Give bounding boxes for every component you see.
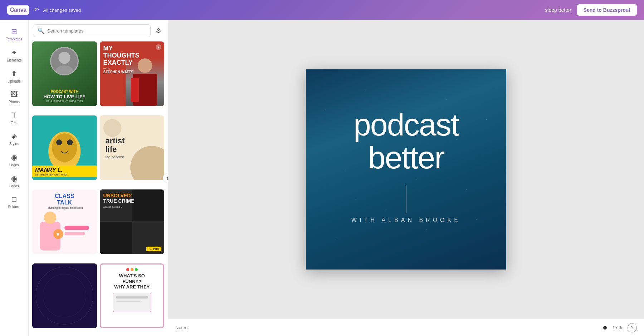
template-card-manry[interactable]: MANRY L. Lettre After Chatting ••• — [32, 115, 97, 180]
sidebar-item-templates[interactable]: ⊞ Templates — [0, 24, 28, 45]
undo-icon[interactable]: ↶ — [34, 6, 39, 14]
sidebar-item-label-text: Text — [11, 121, 17, 125]
svg-rect-29 — [116, 300, 142, 302]
svg-point-15 — [44, 212, 56, 224]
template-subtitle-artist-life: the podcast — [106, 155, 124, 159]
svg-point-8 — [52, 133, 77, 162]
template-title-whats-funny: WHAT'S SOFUNNY?WHY ARE THEY — [114, 273, 150, 290]
search-input-wrap: 🔍 — [33, 24, 151, 37]
sidebar-item-uploads[interactable]: ⬆ Uploads — [0, 66, 28, 87]
search-icon: 🔍 — [38, 28, 44, 34]
sidebar-item-logos2[interactable]: ◉ Logos — [0, 171, 28, 192]
sidebar-item-label-templates: Templates — [6, 37, 23, 41]
template-card-how-to-live-life[interactable]: PODCAST WITH HOW TO LIVE LIFE EP. 3: IMP… — [32, 41, 97, 106]
templates-panel: 🔍 ⚙ PODCAST WITH HOW TO LIVE LIFE — [29, 20, 168, 336]
svg-text:♥: ♥ — [56, 231, 60, 237]
template-title-artist-life: artistlife — [106, 137, 125, 154]
pro-badge: 👑 PRO — [146, 247, 161, 251]
svg-point-9 — [56, 139, 62, 145]
svg-point-13 — [103, 119, 121, 137]
zoom-level[interactable]: 17% — [613, 325, 622, 330]
template-subtitle-class-talk: Teaching in digital classroom — [36, 206, 93, 209]
notes-button[interactable]: Notes — [175, 325, 187, 330]
icon-sidebar: ⊞ Templates ✦ Elements ⬆ Uploads 🖼 Photo… — [0, 20, 29, 336]
canvas-title-line1: podcast — [353, 108, 459, 141]
main-content: ⊞ Templates ✦ Elements ⬆ Uploads 🖼 Photo… — [0, 20, 644, 336]
canva-logo: Canva — [7, 5, 29, 15]
sidebar-item-logos[interactable]: ◉ Logos — [0, 149, 28, 171]
topbar: Canva ↶ All changes saved sleep better S… — [0, 0, 644, 20]
sidebar-item-label-uploads: Uploads — [8, 79, 21, 83]
template-card-my-thoughts[interactable]: MYTHOUGHTSEXACTLY with STEPHEN WATTS ★ •… — [100, 41, 165, 106]
template-title-class-talk: CLASSTALK — [36, 193, 93, 206]
bottom-right-controls: 17% ? — [603, 323, 637, 332]
templates-icon: ⊞ — [11, 27, 17, 36]
sidebar-item-label-folders: Folders — [8, 205, 20, 209]
template-title-manry: MANRY L. Lettre After Chatting — [32, 165, 97, 177]
template-card-artist-life[interactable]: artistlife the podcast ••• — [100, 115, 165, 180]
topbar-left: Canva ↶ All changes saved — [7, 5, 81, 15]
logos-icon: ◉ — [11, 153, 17, 162]
template-card-unsolved[interactable]: UNSOLVED:TRUE CRIME with Benjainine D. 👑… — [100, 189, 165, 254]
template-title-how-to-live: PODCAST WITH HOW TO LIVE LIFE EP. 3: IMP… — [32, 89, 97, 103]
folders-icon: □ — [12, 195, 16, 203]
saved-status: All changes saved — [43, 8, 81, 13]
sidebar-item-elements[interactable]: ✦ Elements — [0, 45, 28, 66]
search-bar: 🔍 ⚙ — [29, 20, 168, 40]
template-subtitle-unsolved: with Benjainine D. — [103, 206, 161, 208]
page-indicator — [603, 326, 607, 330]
svg-point-10 — [67, 139, 73, 145]
sidebar-item-label-elements: Elements — [7, 58, 22, 62]
svg-rect-24 — [32, 263, 97, 328]
send-to-buzzsprout-button[interactable]: Send to Buzzsprout — [577, 4, 637, 16]
sidebar-item-label-styles: Styles — [9, 142, 19, 146]
styles-icon: ◈ — [11, 132, 17, 140]
project-name[interactable]: sleep better — [545, 7, 571, 13]
canvas-main[interactable]: podcast better WITH ALBAN BROOKE — [168, 20, 644, 319]
logos2-icon: ◉ — [11, 174, 17, 183]
canvas-design: podcast better WITH ALBAN BROOKE — [306, 69, 506, 270]
canvas-title-line2: better — [353, 141, 459, 174]
elements-icon: ✦ — [11, 48, 17, 57]
filter-button[interactable]: ⚙ — [153, 25, 164, 37]
canva-logo-text[interactable]: Canva — [7, 5, 29, 15]
photos-icon: 🖼 — [11, 90, 18, 99]
sidebar-item-text[interactable]: T Text — [0, 108, 28, 128]
svg-rect-4 — [131, 78, 139, 102]
sidebar-item-label-photos: Photos — [9, 100, 20, 104]
svg-rect-16 — [64, 226, 89, 230]
uploads-icon: ⬆ — [11, 69, 17, 78]
template-grid: PODCAST WITH HOW TO LIVE LIFE EP. 3: IMP… — [29, 40, 168, 336]
template-card-whats-funny[interactable]: WHAT'S SOFUNNY?WHY ARE THEY ••• — [100, 263, 165, 328]
svg-point-1 — [55, 65, 74, 74]
template-card-class-talk[interactable]: CLASSTALK Teaching in digital classroom … — [32, 189, 97, 254]
sidebar-item-label-logos: Logos — [9, 163, 19, 167]
sidebar-item-folders[interactable]: □ Folders — [0, 192, 28, 212]
bottom-bar: Notes 17% ? — [168, 319, 644, 336]
help-button[interactable]: ? — [628, 323, 637, 332]
sidebar-item-label-logos2: Logos — [9, 184, 19, 188]
text-icon: T — [12, 111, 16, 119]
canvas-area: podcast better WITH ALBAN BROOKE Notes 1… — [168, 20, 644, 336]
sidebar-item-photos[interactable]: 🖼 Photos — [0, 87, 28, 108]
template-title-my-thoughts: MYTHOUGHTSEXACTLY — [103, 45, 161, 66]
topbar-right: sleep better Send to Buzzsprout — [545, 4, 637, 16]
svg-rect-17 — [64, 232, 85, 235]
canvas-divider — [406, 185, 406, 213]
svg-point-0 — [59, 52, 70, 64]
sidebar-item-styles[interactable]: ◈ Styles — [0, 128, 28, 149]
search-input[interactable] — [47, 28, 146, 34]
template-title-unsolved: UNSOLVED:TRUE CRIME — [103, 193, 161, 204]
canvas-subtitle: WITH ALBAN BROOKE — [351, 217, 461, 223]
svg-rect-28 — [116, 296, 148, 298]
template-card-divine-bliss[interactable]: DIVINEBLISS YOGA, WELLNESS AND MEDITATIO… — [32, 263, 97, 328]
canvas-title: podcast better — [353, 108, 459, 174]
